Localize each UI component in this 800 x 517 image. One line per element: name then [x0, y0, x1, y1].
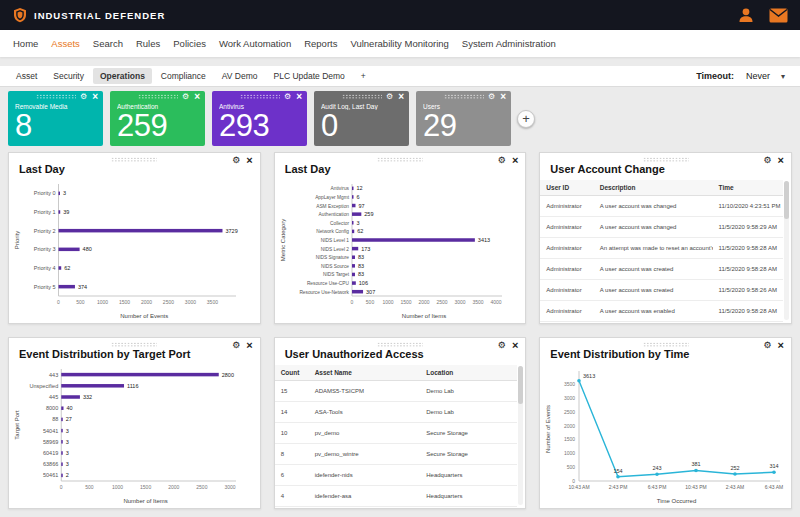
drag-handle-icon[interactable] — [643, 157, 689, 162]
svg-text:307: 307 — [366, 289, 375, 295]
table-scrollbar[interactable] — [518, 366, 523, 505]
cell-time: 11/5/2020 9:58:26 AM — [713, 280, 783, 301]
gear-icon[interactable]: ⚙ — [232, 156, 240, 165]
svg-text:62: 62 — [357, 228, 363, 234]
nav-item[interactable]: Work Automation — [219, 38, 291, 49]
dashboard-tab[interactable]: Security — [46, 68, 91, 84]
svg-text:314: 314 — [770, 463, 779, 469]
svg-text:Priority 5: Priority 5 — [34, 284, 56, 290]
drag-handle-icon[interactable] — [444, 94, 484, 99]
drag-handle-icon[interactable] — [138, 94, 178, 99]
drag-handle-icon[interactable] — [342, 94, 382, 99]
svg-text:1000: 1000 — [382, 299, 393, 305]
dashboard-tab[interactable]: AV Demo — [215, 68, 265, 84]
svg-text:Metric Category: Metric Category — [280, 219, 286, 261]
svg-text:3000: 3000 — [224, 484, 235, 490]
column-header-time[interactable]: Time — [713, 180, 783, 196]
svg-text:2500: 2500 — [163, 299, 174, 305]
nav-item[interactable]: Vulnerability Monitoring — [350, 38, 448, 49]
svg-text:Number of Items: Number of Items — [401, 313, 445, 319]
svg-text:2500: 2500 — [436, 299, 447, 305]
drag-handle-icon[interactable] — [111, 342, 157, 347]
drag-handle-icon[interactable] — [36, 94, 76, 99]
cell-time: 11/5/2020 9:58:28 AM — [713, 238, 783, 259]
add-widget-button[interactable]: + — [517, 110, 535, 128]
nav-item[interactable]: System Administration — [462, 38, 556, 49]
timeout-select[interactable]: Never ▾ — [740, 69, 791, 83]
cell-time: 11/5/2020 9:58:28 AM — [713, 259, 783, 280]
close-icon[interactable]: × — [194, 92, 200, 102]
dashboard-tab[interactable]: + — [354, 68, 373, 84]
table-header-row: Count Asset Name Location — [275, 365, 518, 381]
svg-text:2000: 2000 — [141, 299, 152, 305]
nav-item[interactable]: Search — [93, 38, 123, 49]
dashboard-tab[interactable]: Asset — [9, 68, 44, 84]
dashboard-tab[interactable]: Compliance — [154, 68, 213, 84]
gear-icon[interactable]: ⚙ — [498, 341, 506, 350]
nav-item[interactable]: Policies — [173, 38, 206, 49]
svg-text:6:43 AM: 6:43 AM — [765, 484, 783, 490]
user-profile-icon[interactable] — [737, 6, 755, 24]
close-icon[interactable]: × — [296, 92, 302, 102]
dashboard-tab-bar: Asset Security Operations Compliance AV … — [0, 66, 800, 87]
close-icon[interactable]: × — [246, 155, 252, 166]
column-header-user-id[interactable]: User ID — [540, 180, 593, 196]
svg-text:Priority 3: Priority 3 — [34, 246, 56, 252]
gear-icon[interactable]: ⚙ — [498, 156, 506, 165]
table-row: 10 pv_demo Secure Storage — [275, 423, 518, 444]
kpi-list: ⚙ × Removable Media 8 ⚙ × Authentication… — [8, 91, 511, 146]
kpi-actions: ⚙ × — [182, 92, 200, 102]
close-icon[interactable]: × — [778, 340, 784, 351]
gear-icon[interactable]: ⚙ — [80, 93, 87, 101]
kpi-row: ⚙ × Removable Media 8 ⚙ × Authentication… — [0, 87, 800, 150]
table-row: Administrator A user account was enabled… — [540, 301, 783, 322]
gear-icon[interactable]: ⚙ — [284, 93, 291, 101]
column-header-count[interactable]: Count — [275, 365, 309, 381]
column-header-description[interactable]: Description — [594, 180, 713, 196]
scrollbar-thumb[interactable] — [784, 181, 789, 219]
close-icon[interactable]: × — [778, 155, 784, 166]
nav-item[interactable]: Assets — [51, 38, 80, 49]
cell-description: A user account was changed — [594, 196, 713, 217]
close-icon[interactable]: × — [500, 92, 506, 102]
gear-icon[interactable]: ⚙ — [182, 93, 189, 101]
gear-icon[interactable]: ⚙ — [763, 341, 771, 350]
close-icon[interactable]: × — [512, 155, 518, 166]
dashboard-grid: ⚙ × Last Day Priority 03Priority 139Prio… — [0, 150, 800, 517]
svg-text:381: 381 — [692, 461, 701, 467]
gear-icon[interactable]: ⚙ — [386, 93, 393, 101]
svg-text:1500: 1500 — [140, 484, 151, 490]
nav-item[interactable]: Rules — [136, 38, 160, 49]
drag-handle-icon[interactable] — [643, 342, 689, 347]
close-icon[interactable]: × — [246, 340, 252, 351]
svg-text:83: 83 — [358, 254, 364, 260]
close-icon[interactable]: × — [512, 340, 518, 351]
drag-handle-icon[interactable] — [240, 94, 280, 99]
gear-icon[interactable]: ⚙ — [763, 156, 771, 165]
nav-item[interactable]: Home — [13, 38, 38, 49]
gear-icon[interactable]: ⚙ — [488, 93, 495, 101]
dashboard-tab[interactable]: PLC Update Demo — [267, 68, 352, 84]
close-icon[interactable]: × — [92, 92, 98, 102]
table-scrollbar[interactable] — [784, 181, 789, 320]
svg-text:0: 0 — [57, 299, 60, 305]
timeout-control: Timeout: Never ▾ — [696, 69, 791, 83]
drag-handle-icon[interactable] — [111, 157, 157, 162]
gear-icon[interactable]: ⚙ — [232, 341, 240, 350]
dashboard-tab[interactable]: Operations — [93, 68, 152, 84]
table-row: Administrator An attempt was made to res… — [540, 238, 783, 259]
column-header-location[interactable]: Location — [420, 365, 517, 381]
scrollbar-thumb[interactable] — [518, 366, 523, 404]
svg-text:1000: 1000 — [97, 299, 108, 305]
kpi-card: ⚙ × Users 29 — [416, 91, 511, 146]
mail-icon[interactable] — [769, 8, 788, 23]
drag-handle-icon[interactable] — [377, 342, 423, 347]
panel-actions: ⚙ × — [232, 155, 253, 166]
cell-user-id: Administrator — [540, 238, 593, 259]
drag-handle-icon[interactable] — [377, 157, 423, 162]
svg-text:39: 39 — [63, 209, 69, 215]
svg-text:Network Config: Network Config — [316, 229, 349, 234]
nav-item[interactable]: Reports — [304, 38, 337, 49]
column-header-asset-name[interactable]: Asset Name — [309, 365, 421, 381]
close-icon[interactable]: × — [398, 92, 404, 102]
